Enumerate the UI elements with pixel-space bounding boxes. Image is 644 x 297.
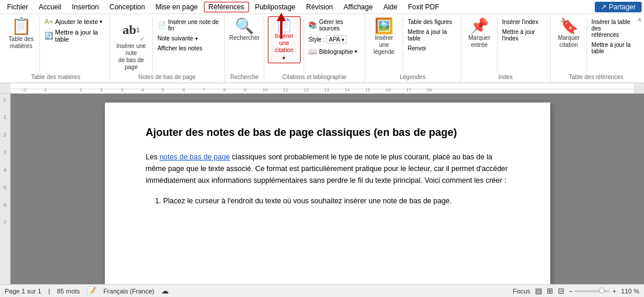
svg-text:16: 16 (386, 87, 391, 93)
app-window: Fichier Accueil Insertion Conception Mis… (0, 0, 644, 297)
separator2 (152, 18, 153, 71)
plus-icon: A+ (45, 18, 53, 26)
svg-text:8: 8 (223, 87, 226, 93)
view-mode-icon1[interactable]: ▤ (535, 286, 542, 295)
zoom-track[interactable] (575, 290, 610, 292)
svg-text:13: 13 (324, 87, 329, 93)
btn-inserer-note[interactable]: ab 1 ↙ Insérer une notede bas de page (113, 16, 149, 73)
svg-text:15: 15 (365, 87, 370, 93)
btn-inser-note-fin[interactable]: 📄 Insérer une note de fin (156, 18, 221, 33)
menu-bar: Fichier Accueil Insertion Conception Mis… (0, 0, 644, 14)
ruler-svg: -2 -1 1 2 3 4 5 6 7 8 9 10 11 12 13 14 1… (11, 83, 633, 93)
status-bar: Page 1 sur 1 | 85 mots 📝 Français (Franc… (0, 284, 644, 297)
ribbon: 📋 Table desmatières A+ Ajouter le texte … (0, 14, 644, 83)
chevron-down-small: ▾ (282, 55, 285, 61)
svg-text:9: 9 (244, 87, 247, 93)
btn-afficher-notes[interactable]: Afficher les notes (156, 44, 221, 53)
focus-label[interactable]: Focus (513, 288, 530, 295)
refresh-icon: 🔄 (45, 32, 53, 40)
doc-link[interactable]: notes de bas de page (159, 153, 230, 161)
btn-inserer-table-ref[interactable]: Insérer la table desréférences (590, 18, 638, 39)
view-mode-icon3[interactable]: ⊟ (558, 286, 564, 295)
menu-fichier[interactable]: Fichier (2, 2, 33, 12)
small-arrow-icon: ↙ (140, 35, 145, 42)
menu-publipostage[interactable]: Publipostage (250, 2, 300, 12)
btn-ajouter-texte[interactable]: A+ Ajouter le texte ▾ (43, 16, 105, 27)
btn-inserer-index[interactable]: Insérer l'index (500, 18, 547, 26)
menu-insertion[interactable]: Insertion (67, 2, 104, 12)
zoom-level: 110 % (621, 288, 639, 295)
chevron-down-icon: ▾ (100, 19, 103, 25)
svg-text:12: 12 (304, 87, 309, 93)
separator6 (587, 18, 587, 71)
btn-next-note[interactable]: Note suivante ▾ (156, 34, 221, 43)
ribbon-collapse-btn[interactable]: ∧ (638, 16, 642, 23)
status-right: Focus ▤ ⊞ ⊟ − + 110 % (513, 286, 639, 295)
proof-icon: 📝 (87, 286, 96, 295)
dropdown-arrow-icon: ▾ (342, 37, 345, 43)
btn-renvoyer[interactable]: Renvoi (406, 44, 457, 53)
svg-text:17: 17 (406, 87, 411, 93)
group-label-legendes: Légendes (369, 73, 457, 81)
btn-bibliographie[interactable]: 📖 Bibliographie ▾ (306, 46, 360, 57)
group-label-index: Index (465, 73, 547, 81)
separator3 (304, 18, 304, 71)
menu-references[interactable]: Références (204, 2, 249, 12)
btn-mettre-jour-index[interactable]: Mettre à jour l'index (500, 28, 547, 43)
menu-miseenpage[interactable]: Mise en page (151, 2, 202, 12)
menu-affichage[interactable]: Affichage (339, 2, 377, 12)
btn-style-apa[interactable]: Style : APA ▾ (306, 34, 360, 45)
zoom-minus-icon[interactable]: − (569, 288, 573, 295)
btn-inserer-legende[interactable]: 🖼️ Insérer unelégende (369, 16, 400, 57)
btn-mettre-jour-table-fig[interactable]: Mettre à jour la table (406, 28, 457, 43)
note-icon: ab (122, 22, 136, 37)
group-label-table: Table des matières (6, 73, 105, 81)
menu-foxitpdf[interactable]: Foxit PDF (403, 2, 444, 12)
btn-marquer-citation[interactable]: 🔖 Marquercitation (554, 16, 584, 50)
sources-icon: 📚 (308, 21, 317, 29)
zoom-control[interactable]: − + (569, 288, 616, 295)
biblio-icon: 📖 (308, 47, 317, 56)
btn-mettre-jour-table-ref[interactable]: Mettre à jour la table (590, 40, 638, 56)
svg-text:6: 6 (182, 87, 185, 93)
chevron-down-icon2: ▾ (195, 36, 198, 42)
menu-revision[interactable]: Révision (301, 2, 338, 12)
ribbon-group-tablereferences-content: 🔖 Marquercitation Insérer la table desré… (554, 16, 638, 73)
ruler-content: -2 -1 1 2 3 4 5 6 7 8 9 10 11 12 13 14 1… (11, 83, 633, 93)
document-page: Ajouter des notes de bas de page classiq… (105, 103, 550, 284)
menu-conception[interactable]: Conception (105, 2, 150, 12)
menu-aide[interactable]: Aide (379, 2, 402, 12)
btn-inserer-citation[interactable]: 📄 Insérer unecitation ▾ (268, 16, 300, 63)
ribbon-group-index-content: 📌 Marquerentrée Insérer l'index Mettre à… (465, 16, 547, 73)
share-button[interactable]: ↗ Partager (595, 2, 642, 12)
btn-rechercher[interactable]: 🔍 Rechercher (227, 16, 262, 43)
btn-gerer-sources[interactable]: 📚 Gérer les sources (306, 18, 360, 33)
btn-table-matieres[interactable]: 📋 Table desmatières (6, 16, 36, 52)
view-mode-icon2[interactable]: ⊞ (547, 286, 553, 295)
document-list: Placez le curseur à l'endroit du texte o… (163, 195, 509, 207)
group-label-notes: Notes de bas de page (113, 73, 221, 81)
citation-icon: 📄 (276, 19, 292, 32)
separator-bar: | (48, 288, 50, 295)
ribbon-group-legendes: 🖼️ Insérer unelégende Table des figures … (365, 15, 461, 83)
svg-text:2: 2 (100, 87, 103, 93)
btn-mettre-jour[interactable]: 🔄 Mettre à jour la table (43, 28, 105, 44)
group-label-citations: Citations et bibliographie (268, 73, 360, 81)
svg-text:3: 3 (121, 87, 124, 93)
document-paragraph: Les notes de bas de page classiques sont… (146, 151, 509, 186)
share-icon: ↗ (601, 3, 606, 11)
document-container[interactable]: Ajouter des notes de bas de page classiq… (11, 94, 644, 284)
svg-text:14: 14 (345, 87, 350, 93)
chevron-down-icon3: ▾ (355, 49, 357, 54)
btn-table-figures[interactable]: Table des figures (406, 18, 457, 26)
btn-marquer-entree[interactable]: 📌 Marquerentrée (465, 16, 494, 50)
svg-text:1: 1 (80, 87, 83, 93)
ribbon-group-index: 📌 Marquerentrée Insérer l'index Mettre à… (461, 15, 551, 83)
language: Français (France) (103, 288, 154, 295)
menu-accueil[interactable]: Accueil (34, 2, 66, 12)
group-label-tablereferences: Table des références (554, 73, 638, 81)
separator4 (403, 18, 403, 71)
text-btns: A+ Ajouter le texte ▾ 🔄 Mettre à jour la… (43, 16, 105, 44)
zoom-plus-icon[interactable]: + (612, 288, 616, 295)
style-select[interactable]: APA ▾ (326, 35, 346, 44)
